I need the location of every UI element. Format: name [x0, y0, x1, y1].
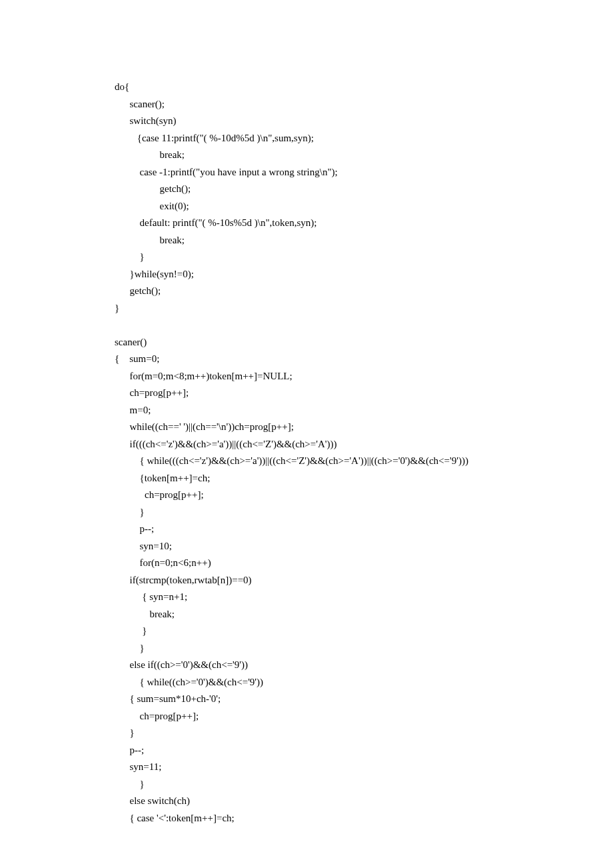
code-line: [115, 317, 560, 334]
code-line: case -1:printf("you have input a wrong s…: [115, 164, 560, 181]
code-line: ch=prog[p++];: [115, 385, 560, 402]
code-line: scaner(): [115, 334, 560, 351]
code-line: else if((ch>='0')&&(ch<='9')): [115, 657, 560, 674]
code-line: syn=10;: [115, 538, 560, 555]
code-line: do{: [115, 79, 560, 96]
code-line: break;: [115, 606, 560, 623]
code-line: getch();: [115, 181, 560, 198]
code-line: }: [115, 725, 560, 742]
code-line: }while(syn!=0);: [115, 266, 560, 283]
code-block: do{ scaner(); switch(syn) {case 11:print…: [115, 79, 560, 827]
code-line: for(m=0;m<8;m++)token[m++]=NULL;: [115, 368, 560, 385]
code-document: do{ scaner(); switch(syn) {case 11:print…: [0, 0, 613, 868]
code-line: else switch(ch): [115, 793, 560, 810]
code-line: }: [115, 300, 560, 317]
code-line: default: printf("( %-10s%5d )\n",token,s…: [115, 215, 560, 232]
code-line: break;: [115, 147, 560, 164]
code-line: if(((ch<='z')&&(ch>='a'))||((ch<='Z')&&(…: [115, 436, 560, 453]
code-line: p--;: [115, 742, 560, 759]
code-line: p--;: [115, 521, 560, 538]
code-line: m=0;: [115, 402, 560, 419]
code-line: }: [115, 623, 560, 640]
code-line: ch=prog[p++];: [115, 487, 560, 504]
code-line: switch(syn): [115, 113, 560, 130]
code-line: getch();: [115, 283, 560, 300]
code-line: syn=11;: [115, 759, 560, 776]
code-line: break;: [115, 232, 560, 249]
code-line: }: [115, 249, 560, 266]
code-line: { sum=0;: [115, 351, 560, 368]
code-line: exit(0);: [115, 198, 560, 215]
code-line: { case '<':token[m++]=ch;: [115, 810, 560, 827]
code-line: {token[m++]=ch;: [115, 470, 560, 487]
code-line: { syn=n+1;: [115, 589, 560, 606]
code-line: }: [115, 776, 560, 793]
code-line: }: [115, 640, 560, 657]
code-line: { while(((ch<='z')&&(ch>='a'))||((ch<='Z…: [115, 453, 560, 470]
code-line: ch=prog[p++];: [115, 708, 560, 725]
code-line: for(n=0;n<6;n++): [115, 555, 560, 572]
code-line: scaner();: [115, 96, 560, 113]
code-line: { while((ch>='0')&&(ch<='9')): [115, 674, 560, 691]
code-line: { sum=sum*10+ch-'0';: [115, 691, 560, 708]
code-line: while((ch==' ')||(ch=='\n'))ch=prog[p++]…: [115, 419, 560, 436]
code-line: if(strcmp(token,rwtab[n])==0): [115, 572, 560, 589]
code-line: {case 11:printf("( %-10d%5d )\n",sum,syn…: [115, 130, 560, 147]
code-line: }: [115, 504, 560, 521]
